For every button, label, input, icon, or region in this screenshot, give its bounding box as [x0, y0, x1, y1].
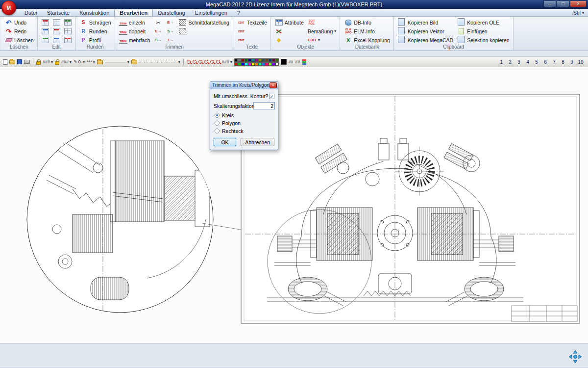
edit-dropdown[interactable]: EDIT ▾ [306, 36, 338, 44]
trim-einzeln-button[interactable]: TRIM einzeln [118, 18, 152, 26]
layer-number-button[interactable]: 5 [532, 59, 541, 65]
scale-input[interactable] [253, 102, 275, 109]
kopieren-bild-button[interactable]: Kopieren Bild [396, 18, 455, 26]
color-swatch[interactable] [272, 62, 275, 66]
active-color-button[interactable] [281, 59, 287, 65]
zoom-in-button[interactable] [187, 60, 191, 64]
color-swatch[interactable] [248, 58, 251, 62]
kopieren-vektor-button[interactable]: Kopieren Vektor [396, 27, 455, 35]
color-swatch[interactable] [262, 62, 265, 66]
stars-dropdown[interactable]: *** ▾ [87, 59, 95, 64]
layer-number-button[interactable]: 10 [576, 59, 585, 65]
selektion-kopieren-button[interactable]: Selektion kopieren [456, 36, 511, 44]
color-swatch[interactable] [245, 62, 248, 66]
layer-number-button[interactable]: 2 [506, 59, 514, 65]
zoom-all-button[interactable] [204, 60, 208, 64]
color-swatch[interactable] [269, 58, 272, 62]
color-swatch[interactable] [258, 58, 262, 62]
zoom-window-button[interactable] [198, 60, 202, 64]
color-swatch[interactable] [241, 62, 245, 66]
color-swatch[interactable] [265, 58, 269, 62]
edit-tool-button[interactable] [40, 18, 50, 26]
ok-button[interactable]: OK [214, 138, 236, 146]
trim-tool-button[interactable]: E→ [152, 27, 164, 35]
print-button[interactable] [24, 60, 30, 64]
layer-number-button[interactable]: 4 [523, 59, 532, 65]
schnittdarstellung-button[interactable]: Schnittdarstellung [177, 18, 230, 26]
excel-kopplung-button[interactable]: X Excel-Kopplung [343, 36, 392, 44]
color-swatch[interactable] [245, 58, 248, 62]
color-swatch[interactable] [265, 62, 269, 66]
color-swatch[interactable] [251, 58, 255, 62]
edit-tool-button[interactable] [51, 36, 62, 44]
pan-compass-icon[interactable] [568, 350, 582, 364]
runden-button[interactable]: R Runden [78, 27, 113, 35]
option-rechteck[interactable]: Rechteck [215, 128, 274, 134]
color-swatch[interactable] [275, 58, 279, 62]
zoom-out-button[interactable] [193, 60, 196, 64]
trim-tool-button[interactable]: S→ [152, 36, 164, 44]
trim-tool-button[interactable]: E→ [165, 18, 176, 26]
color-swatch[interactable] [258, 62, 262, 66]
color-swatch[interactable] [255, 62, 258, 66]
pen-width-dropdown[interactable]: ✎ 0: ▾ [74, 59, 85, 64]
cancel-button[interactable]: Abbrechen [241, 138, 274, 146]
edit-tool-button[interactable] [63, 18, 73, 26]
hash-small-button2[interactable]: ## [295, 59, 300, 64]
tab-bearbeiten[interactable]: Bearbeiten [114, 9, 153, 16]
color-swatch[interactable] [255, 58, 258, 62]
new-file-button[interactable] [3, 59, 7, 65]
undo-button[interactable]: ↶ Undo [3, 18, 35, 26]
color-swatch[interactable] [241, 58, 245, 62]
schraegen-button[interactable]: S Schrägen [78, 18, 113, 26]
tab-darstellung[interactable]: Darstellung [153, 9, 190, 16]
hatch-pattern-dropdown[interactable]: ### ▾ [222, 59, 232, 64]
color-swatch[interactable] [248, 62, 251, 66]
layer-dropdown[interactable]: ### ▾ [43, 59, 53, 64]
layer-number-button[interactable]: 1 [497, 59, 506, 65]
tab-datei[interactable]: Datei [20, 9, 42, 16]
contour-checkbox[interactable]: ✓ [269, 94, 274, 99]
profil-button[interactable]: P Profil [78, 36, 113, 44]
option-kreis[interactable]: Kreis [215, 112, 274, 118]
edit-tool-button[interactable] [40, 36, 50, 44]
einfuegen-button[interactable]: Einfügen [456, 27, 511, 35]
option-polygon[interactable]: Polygon [215, 120, 274, 126]
close-button[interactable]: × [570, 0, 587, 7]
edit-tool-button[interactable] [51, 27, 62, 35]
group-lock-button[interactable] [55, 59, 59, 65]
edit-tool-button[interactable] [63, 27, 73, 35]
layer-number-button[interactable]: 8 [559, 59, 567, 65]
color-swatch[interactable] [272, 58, 275, 62]
hash-small-button[interactable]: ## [289, 59, 294, 64]
layer-lock-button[interactable] [36, 59, 41, 65]
color-swatch[interactable] [238, 58, 241, 62]
linetype-folder-button[interactable] [131, 60, 137, 64]
textzeile-button[interactable]: EDIT Textzeile [236, 18, 269, 26]
trim-tool-button[interactable]: +→ [165, 36, 176, 44]
save-button[interactable] [17, 59, 22, 64]
edit-tool-button[interactable] [63, 36, 73, 44]
db-info-button[interactable]: DB-Info [343, 18, 392, 26]
tab-konstruktion[interactable]: Konstruktion [74, 9, 114, 16]
color-swatch[interactable] [234, 58, 238, 62]
stil-dropdown[interactable]: Stil ▾ [573, 10, 584, 16]
open-file-button[interactable] [9, 60, 15, 64]
linestyle-folder-button[interactable] [97, 60, 103, 64]
drawing-canvas[interactable]: Trimmen im Kreis/Polygon × Mit umschlies… [0, 67, 588, 343]
color-swatch[interactable] [262, 58, 265, 62]
layer-number-button[interactable]: 9 [567, 59, 576, 65]
text-edit-button[interactable]: EDIT [236, 27, 269, 35]
edit-tool-button[interactable] [40, 27, 50, 35]
line-style-dropdown[interactable]: ▾ [105, 60, 129, 64]
kopieren-ole-button[interactable]: Kopieren OLE [456, 18, 511, 26]
text-edit-button[interactable]: EDIT [236, 36, 269, 44]
edit-tool-button[interactable] [51, 18, 62, 26]
tab-startseite[interactable]: Startseite [42, 9, 74, 16]
tab-einstellungen[interactable]: Einstellungen [190, 9, 232, 16]
color-swatch[interactable] [238, 62, 241, 66]
zoom-pan-button[interactable] [216, 60, 220, 64]
trim-cut-button[interactable]: ✂ [152, 18, 164, 26]
object-arrows-button[interactable] [273, 27, 305, 35]
dialog-close-button[interactable]: × [270, 82, 277, 88]
